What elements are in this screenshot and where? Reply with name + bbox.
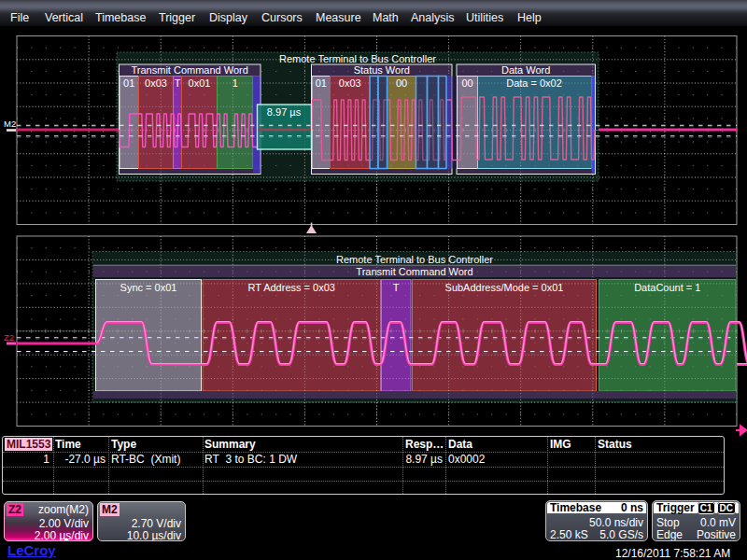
svg-text:Data Word: Data Word bbox=[501, 64, 550, 76]
svg-text:M2: M2 bbox=[4, 119, 16, 129]
svg-text:Z2: Z2 bbox=[4, 332, 14, 343]
svg-text:SubAddress/Mode = 0x01: SubAddress/Mode = 0x01 bbox=[445, 282, 564, 293]
svg-text:Transmit Command Word: Transmit Command Word bbox=[356, 266, 472, 277]
svg-text:8.97 µs: 8.97 µs bbox=[267, 106, 302, 118]
svg-text:Status Word: Status Word bbox=[354, 64, 410, 76]
svg-text:Sync = 0x01: Sync = 0x01 bbox=[120, 282, 177, 293]
svg-text:DataCount = 1: DataCount = 1 bbox=[634, 282, 700, 293]
svg-text:Remote Terminal to Bus Control: Remote Terminal to Bus Controller bbox=[279, 53, 436, 64]
svg-text:Remote Terminal to Bus Control: Remote Terminal to Bus Controller bbox=[336, 254, 493, 265]
svg-text:Transmit Command Word: Transmit Command Word bbox=[132, 64, 248, 76]
svg-text:T: T bbox=[393, 282, 400, 293]
svg-text:RT Address = 0x03: RT Address = 0x03 bbox=[247, 282, 334, 293]
